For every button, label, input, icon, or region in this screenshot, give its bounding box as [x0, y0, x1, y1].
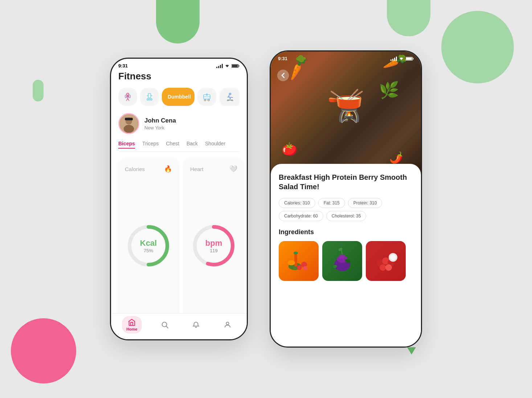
svg-point-54: [339, 254, 345, 259]
exercise-tab-person[interactable]: [118, 88, 137, 106]
svg-point-51: [288, 260, 295, 265]
muscle-tab-chest[interactable]: Chest: [166, 141, 179, 149]
user-name: John Cena: [144, 117, 176, 124]
time-left: 9:31: [118, 63, 128, 69]
nutrition-tag-cholesterol: Cholesterol: 35: [326, 211, 367, 221]
svg-rect-43: [413, 58, 413, 59]
pepper-deco: 🌶️: [389, 151, 403, 164]
exercise-tab-rings[interactable]: [140, 88, 159, 106]
battery-icon-right: [406, 57, 414, 61]
svg-point-29: [232, 100, 233, 101]
rings-icon: [145, 92, 154, 102]
herbs-deco: 🌿: [379, 80, 399, 100]
svg-point-24: [208, 99, 209, 101]
right-phone-wrapper: 9:31: [271, 51, 421, 347]
ingredient-1-svg: [284, 246, 313, 275]
ingredient-2-svg: [328, 246, 357, 275]
exercise-tab-treadmill[interactable]: [221, 88, 240, 106]
svg-rect-34: [125, 118, 133, 120]
calories-card: Calories 🔥 Kcal 75%: [118, 158, 179, 322]
bowl-deco: 🫕: [327, 88, 365, 124]
recipe-card: Breakfast High Protein Berry Smooth Sala…: [271, 164, 421, 347]
muscle-tab-back[interactable]: Back: [187, 141, 198, 149]
svg-point-65: [390, 254, 396, 260]
user-profile: John Cena New York: [118, 113, 240, 134]
nav-home[interactable]: Home: [122, 316, 142, 333]
signal-icon: [216, 64, 223, 68]
machine-icon: [202, 92, 211, 102]
svg-point-3: [127, 93, 129, 95]
nav-profile[interactable]: [219, 319, 236, 331]
exercise-tabs: Dumbbell: [118, 88, 240, 106]
svg-rect-44: [406, 57, 412, 60]
avatar: [118, 113, 139, 134]
exercise-tab-machine[interactable]: [197, 88, 216, 106]
blob-pink-bottom-left: [11, 318, 76, 384]
app-title: Fitness: [118, 71, 240, 82]
calories-circle-container: Kcal 75%: [125, 176, 172, 316]
svg-point-27: [229, 93, 231, 95]
muscle-tabs: Biceps Triceps Chest Back Shoulder: [118, 141, 240, 152]
calories-main: Kcal: [140, 239, 157, 248]
wifi-icon-right: [398, 57, 404, 61]
nutrition-tag-carbs: Carbohydrate: 60: [279, 211, 323, 221]
svg-point-49: [297, 265, 302, 270]
fire-icon: 🔥: [164, 165, 172, 173]
svg-line-7: [128, 99, 129, 101]
signal-icon-right: [390, 57, 397, 61]
svg-rect-2: [232, 65, 238, 67]
ingredient-3-svg: [371, 246, 400, 275]
nutrition-tag-fat: Fat: 315: [318, 198, 345, 208]
blob-green-top-right: [387, 0, 430, 36]
nutrition-tag-protein: Protein: 310: [348, 198, 382, 208]
back-chevron-icon: [281, 72, 285, 78]
ingredients-title: Ingredients: [279, 228, 413, 236]
search-icon: [161, 321, 169, 329]
heart-card: Heart 🤍 bpm 119: [184, 158, 244, 322]
bpm-value: 119: [210, 248, 218, 253]
ingredient-2: [322, 241, 362, 281]
ingredient-1-icon: [279, 241, 319, 281]
svg-point-62: [380, 264, 386, 271]
bpm-main: bpm: [205, 239, 222, 248]
blob-green-right: [441, 11, 514, 83]
food-image: 9:31: [271, 51, 421, 175]
ingredient-1: [279, 241, 319, 281]
heart-label: Heart: [190, 166, 204, 172]
nutrition-tags: Calories: 310 Fat: 315 Protein: 310 Carb…: [279, 198, 413, 221]
bell-icon: [192, 321, 200, 329]
svg-point-28: [227, 100, 229, 101]
svg-rect-1: [238, 65, 239, 66]
triangle-green-bottom: [407, 347, 416, 355]
svg-rect-46: [294, 254, 297, 266]
recipe-title: Breakfast High Protein Berry Smooth Sala…: [279, 173, 413, 191]
muscle-tab-biceps[interactable]: Biceps: [118, 141, 135, 149]
ingredient-3-icon: [366, 241, 406, 281]
svg-rect-10: [148, 94, 151, 98]
back-button[interactable]: [277, 70, 289, 81]
blob-green-top-mid: [156, 0, 200, 43]
svg-line-55: [341, 250, 342, 254]
calories-value: Kcal 75%: [140, 239, 157, 253]
nav-notifications[interactable]: [188, 319, 204, 331]
user-info: John Cena New York: [144, 117, 176, 130]
calories-label: Calories: [125, 166, 145, 172]
exercise-tab-dumbbell[interactable]: Dumbbell: [162, 88, 195, 106]
treadmill-icon: [226, 92, 234, 102]
wifi-icon: [224, 64, 230, 68]
heart-card-header: Heart 🤍: [190, 165, 237, 173]
muscle-tab-shoulder[interactable]: Shoulder: [205, 141, 225, 149]
profile-icon: [224, 321, 232, 329]
nav-search[interactable]: [156, 319, 173, 331]
phone-right: 9:31: [270, 50, 422, 348]
ingredient-2-icon: [322, 241, 362, 281]
heart-icon: 🤍: [229, 165, 237, 173]
svg-point-41: [226, 322, 229, 324]
muscle-tab-triceps[interactable]: Triceps: [142, 141, 159, 149]
svg-point-14: [147, 99, 149, 100]
nutrition-tag-calories: Calories: 310: [279, 198, 315, 208]
dumbbell-label: Dumbbell: [168, 94, 191, 100]
stats-row: Calories 🔥 Kcal 75% Heart: [118, 158, 240, 322]
calories-card-header: Calories 🔥: [125, 165, 172, 173]
user-location: New York: [144, 125, 176, 130]
